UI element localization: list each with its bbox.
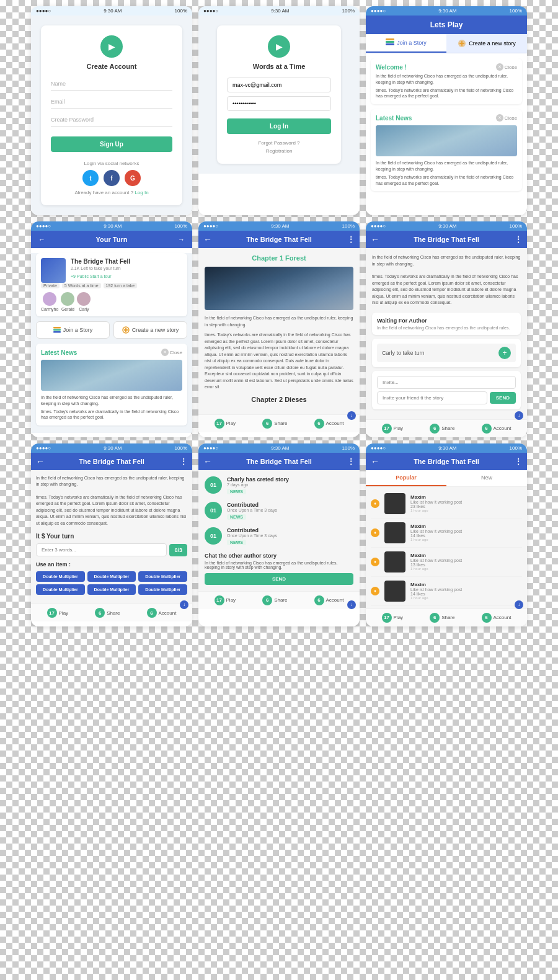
nav-play-9[interactable]: 17 Play bbox=[382, 613, 404, 623]
carly-turn-label: Carly to take turn bbox=[382, 350, 425, 356]
nav-play-7[interactable]: 17 Play bbox=[47, 608, 69, 618]
waiting-text1: In the field of networking Cisco has eme… bbox=[372, 254, 521, 267]
scroll-indicator-6: ↓ bbox=[515, 411, 523, 420]
item-card-1[interactable]: Double Multiplier bbox=[36, 571, 85, 582]
turns-badge: 192 turn a take bbox=[104, 283, 138, 288]
welcome-close-btn[interactable]: ✕ Close bbox=[496, 63, 517, 71]
signal-7: ●●●●○ bbox=[36, 445, 51, 451]
nav-account-6[interactable]: 6 Account bbox=[482, 424, 512, 434]
news-text: In the field of networking Cisco has eme… bbox=[376, 160, 517, 172]
chapter1-title: Chapter 1 Forest bbox=[205, 254, 353, 262]
account-label-9: Account bbox=[494, 615, 512, 620]
activity-back[interactable]: ← bbox=[203, 457, 212, 466]
scroll-indicator-7: ↓ bbox=[180, 600, 188, 609]
twitter-button[interactable]: t bbox=[82, 170, 99, 186]
activity-time-3: Once Upon a Time 3 days bbox=[227, 533, 353, 538]
new-tab[interactable]: New bbox=[446, 470, 527, 486]
item-card-2[interactable]: Double Multiplier bbox=[87, 571, 136, 582]
create-story-btn[interactable]: Create a new story bbox=[113, 321, 187, 339]
google-button[interactable]: G bbox=[125, 170, 141, 186]
join-story-tab[interactable]: Join a Story bbox=[366, 34, 446, 53]
nav-account-7[interactable]: 6 Account bbox=[147, 608, 177, 618]
waiting-sub-text: In the field of networking Cisco has eme… bbox=[377, 326, 516, 330]
yt-news-close[interactable]: ✕ Close bbox=[161, 349, 182, 356]
login-link[interactable]: Log In bbox=[135, 190, 148, 195]
bridge-waiting-back[interactable]: ← bbox=[371, 234, 379, 244]
chat-send-btn[interactable]: SEND bbox=[205, 573, 353, 585]
nav-share-5[interactable]: 6 Share bbox=[262, 419, 287, 429]
pop-thumb-3 bbox=[384, 551, 405, 572]
word-entry-input[interactable] bbox=[36, 543, 167, 556]
close-circle-icon: ✕ bbox=[496, 63, 503, 71]
facebook-button[interactable]: f bbox=[104, 170, 120, 186]
add-carly-btn[interactable]: + bbox=[498, 347, 511, 359]
activity-more[interactable]: ⋮ bbox=[347, 457, 355, 466]
invite-send-btn[interactable]: SEND bbox=[490, 392, 516, 404]
bridge-waiting-more[interactable]: ⋮ bbox=[515, 235, 522, 244]
bridge-chapter-back[interactable]: ← bbox=[203, 234, 212, 244]
svg-rect-7 bbox=[53, 329, 61, 331]
signal-3: ●●●●○ bbox=[371, 8, 386, 14]
signal-2: ●●●●○ bbox=[203, 8, 218, 14]
nav-account-5[interactable]: 6 Account bbox=[314, 419, 344, 429]
nav-share-6[interactable]: 6 Share bbox=[430, 424, 454, 434]
popular-tab[interactable]: Popular bbox=[366, 470, 446, 486]
avatar-gerald bbox=[61, 292, 74, 306]
registration-link[interactable]: Registration bbox=[227, 148, 331, 154]
nav-share-9[interactable]: 6 Share bbox=[430, 613, 454, 623]
nav-share-7[interactable]: 6 Share bbox=[95, 608, 120, 618]
email-field[interactable] bbox=[51, 96, 172, 109]
popular-back[interactable]: ← bbox=[371, 457, 379, 466]
invite-input[interactable] bbox=[377, 376, 516, 389]
words-login-button[interactable]: Log In bbox=[227, 118, 331, 134]
popular-more[interactable]: ⋮ bbox=[515, 457, 522, 466]
join-tab-label: Join a Story bbox=[397, 40, 427, 46]
forward-arrow-icon[interactable]: → bbox=[178, 236, 185, 243]
bridge-chapter-more[interactable]: ⋮ bbox=[347, 235, 355, 244]
social-label: Login via social networks bbox=[51, 161, 172, 166]
item-card-4[interactable]: Double Multiplier bbox=[36, 584, 85, 595]
pop-thumb-2 bbox=[384, 522, 405, 543]
words-password-field[interactable] bbox=[227, 96, 331, 111]
popular-title: The Bridge That Fell bbox=[414, 458, 479, 465]
pop-time-1: 1 hour ago bbox=[410, 509, 522, 512]
share-nav-icon-8: 6 bbox=[262, 595, 272, 605]
waiting-bottom-nav: 17 Play 6 Share 6 Account bbox=[366, 419, 527, 437]
invite-friend-input[interactable] bbox=[377, 391, 487, 404]
avatar-gerald-label: Gerald bbox=[61, 307, 74, 311]
words-email-field[interactable] bbox=[227, 78, 331, 92]
item-card-6[interactable]: Double Multiplier bbox=[138, 584, 187, 595]
pop-name-4: Maxim bbox=[410, 582, 522, 587]
gameplay-back[interactable]: ← bbox=[36, 457, 45, 466]
nav-share-8[interactable]: 6 Share bbox=[262, 595, 287, 605]
words-app-name: Words at a Time bbox=[227, 63, 331, 70]
pop-desc-4: Like ist how it working post bbox=[410, 587, 522, 592]
battery-4: 100% bbox=[175, 223, 187, 229]
nav-play-6[interactable]: 17 Play bbox=[382, 424, 404, 434]
activity-title: The Bridge That Fell bbox=[246, 458, 312, 465]
pop-rank-1: ♦ bbox=[371, 499, 379, 508]
pop-name-1: Maxim bbox=[410, 494, 522, 500]
signup-button[interactable]: Sign Up bbox=[51, 136, 172, 152]
back-arrow-icon[interactable]: ← bbox=[38, 236, 45, 243]
nav-play-8[interactable]: 17 Play bbox=[215, 595, 236, 605]
create-story-label: Create a new story bbox=[132, 327, 179, 333]
news-close-btn[interactable]: ✕ Close bbox=[496, 114, 517, 122]
forgot-password-link[interactable]: Forgot Password ? bbox=[227, 140, 331, 146]
join-story-btn[interactable]: Join a Story bbox=[36, 321, 110, 339]
nav-account-9[interactable]: 6 Account bbox=[482, 613, 512, 623]
password-field[interactable] bbox=[51, 114, 172, 127]
item-card-5[interactable]: Double Multiplier bbox=[87, 584, 136, 595]
word-count-display: 0/3 bbox=[169, 544, 187, 556]
item-card-3[interactable]: Double Multiplier bbox=[138, 571, 187, 582]
nav-account-8[interactable]: 6 Account bbox=[314, 595, 344, 605]
nav-play-5[interactable]: 17 Play bbox=[215, 419, 236, 429]
letsplay-header: Lets Play bbox=[366, 16, 527, 34]
activity-item-1: 01 Charly has creted story 7 days ago NE… bbox=[205, 476, 353, 494]
name-field[interactable] bbox=[51, 78, 172, 91]
create-story-tab[interactable]: Create a new story bbox=[446, 34, 527, 53]
activity-tag-1: NEWS bbox=[227, 489, 246, 494]
yt-news-text2: times. Today's networks are dramatically… bbox=[41, 409, 182, 421]
play-label-7: Play bbox=[59, 610, 69, 616]
gameplay-more[interactable]: ⋮ bbox=[180, 457, 187, 466]
